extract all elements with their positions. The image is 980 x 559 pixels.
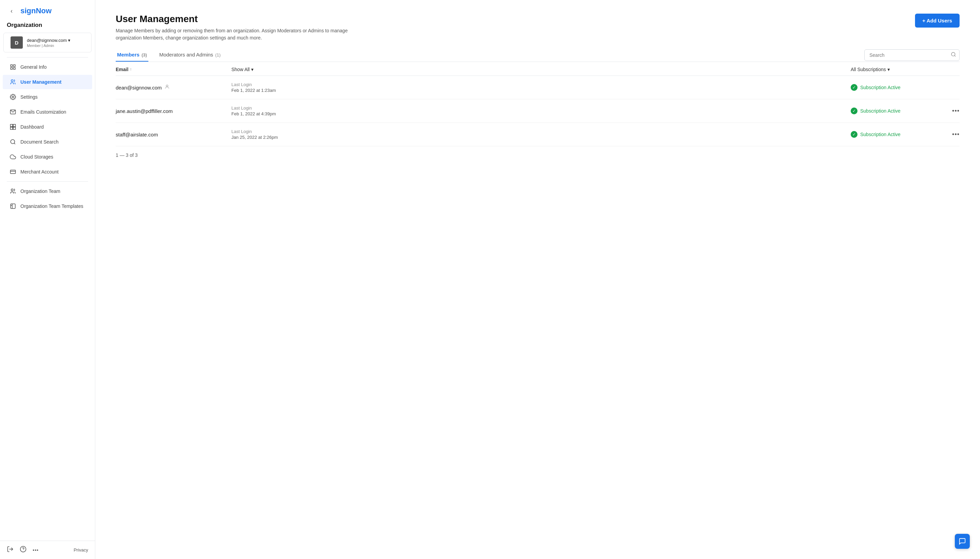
table-container: Email ↑ Show All ▾ All Subscriptions ▾ d…	[116, 62, 960, 164]
more-options-button[interactable]: •••	[952, 108, 960, 115]
row-login: Last Login Feb 1, 2022 at 1:23am	[231, 82, 851, 93]
sidebar-item-label: Organization Team	[20, 189, 60, 194]
dropdown-icon: ▾	[68, 38, 70, 43]
row-login: Last Login Feb 1, 2022 at 4:39pm	[231, 106, 851, 116]
sidebar-item-label: Document Search	[20, 139, 58, 145]
sidebar-item-label: Organization Team Templates	[20, 203, 83, 209]
row-email: jane.austin@pdffiller.com	[116, 108, 231, 114]
svg-rect-16	[10, 204, 15, 208]
user-icon	[164, 84, 170, 91]
privacy-link[interactable]: Privacy	[73, 547, 88, 552]
page-subtitle: Manage Members by adding or removing the…	[116, 27, 354, 41]
svg-point-11	[10, 139, 15, 144]
more-options-button[interactable]: •••	[33, 547, 39, 553]
user-email: dean@signnow.com ▾	[27, 38, 84, 43]
help-button[interactable]	[20, 546, 26, 554]
sidebar-item-document-search[interactable]: Document Search	[3, 135, 92, 149]
col-show-all-header: Show All ▾	[231, 67, 851, 72]
chat-widget[interactable]	[955, 534, 970, 549]
user-card[interactable]: D dean@signnow.com ▾ Member | Admin	[3, 33, 91, 52]
row-subscription: ✓ Subscription Active	[851, 131, 946, 138]
sidebar-item-emails-customization[interactable]: Emails Customization	[3, 105, 92, 119]
sort-icon[interactable]: ↑	[130, 67, 132, 72]
logout-button[interactable]	[7, 546, 13, 554]
table-row: jane.austin@pdffiller.com Last Login Feb…	[116, 99, 960, 123]
pagination: 1 — 3 of 3	[116, 146, 960, 164]
user-management-icon	[10, 79, 17, 85]
svg-rect-1	[13, 64, 15, 66]
org-team-icon	[10, 188, 17, 195]
sidebar-item-label: Dashboard	[20, 124, 44, 130]
merchant-account-icon	[10, 169, 17, 175]
main-content: User Management Manage Members by adding…	[95, 0, 980, 559]
svg-rect-2	[10, 68, 12, 69]
sidebar-item-label: Emails Customization	[20, 109, 66, 115]
sidebar-item-general-info[interactable]: General Info	[3, 60, 92, 74]
add-users-button[interactable]: + Add Users	[915, 13, 960, 28]
document-search-icon	[10, 139, 17, 145]
tabs-row: Members (3) Moderators and Admins (1)	[116, 48, 960, 62]
sidebar-item-user-management[interactable]: User Management	[3, 75, 92, 89]
svg-point-24	[166, 85, 168, 87]
sidebar-item-label: User Management	[20, 79, 61, 85]
sidebar-item-label: Settings	[20, 94, 38, 100]
subscription-check-icon: ✓	[851, 84, 858, 91]
user-roles: Member | Admin	[27, 43, 84, 48]
sidebar-item-merchant-account[interactable]: Merchant Account	[3, 165, 92, 179]
sidebar-item-settings[interactable]: Settings	[3, 90, 92, 104]
row-email: staff@airslate.com	[116, 132, 231, 137]
sidebar-item-dashboard[interactable]: Dashboard	[3, 120, 92, 134]
sidebar-footer: ••• Privacy	[0, 541, 95, 559]
svg-rect-3	[13, 68, 15, 69]
sidebar-item-org-team-templates[interactable]: Organization Team Templates	[3, 199, 92, 213]
sidebar-item-label: General Info	[20, 64, 46, 70]
row-actions[interactable]: •••	[946, 108, 960, 115]
svg-point-5	[12, 96, 14, 98]
show-all-button[interactable]: Show All ▾	[231, 67, 253, 72]
user-info: dean@signnow.com ▾ Member | Admin	[27, 38, 84, 48]
search-wrapper	[864, 49, 960, 61]
general-info-icon	[10, 64, 17, 70]
org-team-templates-icon	[10, 203, 17, 210]
more-options-button[interactable]: •••	[952, 131, 960, 138]
org-title: Organization	[0, 22, 95, 33]
col-email-header: Email ↑	[116, 67, 231, 72]
row-login: Last Login Jan 25, 2022 at 2:26pm	[231, 129, 851, 140]
avatar: D	[10, 36, 23, 49]
row-subscription: ✓ Subscription Active	[851, 84, 946, 91]
cloud-storages-icon	[10, 154, 17, 160]
emails-icon	[10, 109, 17, 115]
tab-moderators-admins[interactable]: Moderators and Admins (1)	[158, 48, 222, 61]
sidebar: ‹ signNow Organization D dean@signnow.co…	[0, 0, 95, 559]
sidebar-item-label: Merchant Account	[20, 169, 58, 175]
table-header-row: Email ↑ Show All ▾ All Subscriptions ▾	[116, 62, 960, 76]
row-actions[interactable]: •••	[946, 131, 960, 138]
all-subscriptions-button[interactable]: All Subscriptions ▾	[851, 67, 890, 72]
subscription-check-icon: ✓	[851, 131, 858, 138]
subscription-check-icon: ✓	[851, 108, 858, 114]
search-button[interactable]	[951, 52, 956, 58]
sidebar-header: ‹ signNow	[0, 0, 95, 22]
tab-members[interactable]: Members (3)	[116, 48, 148, 61]
sidebar-item-organization-team[interactable]: Organization Team	[3, 184, 92, 198]
col-subscriptions-header: All Subscriptions ▾	[851, 67, 946, 72]
svg-point-4	[11, 79, 13, 82]
sidebar-item-label: Cloud Storages	[20, 154, 53, 160]
sidebar-item-cloud-storages[interactable]: Cloud Storages	[3, 150, 92, 164]
svg-rect-10	[13, 127, 16, 130]
show-all-dropdown-icon: ▾	[251, 67, 253, 72]
row-email: dean@signnow.com	[116, 84, 231, 91]
table-row: staff@airslate.com Last Login Jan 25, 20…	[116, 123, 960, 146]
page-header-text: User Management Manage Members by adding…	[116, 13, 354, 41]
page-header: User Management Manage Members by adding…	[116, 13, 960, 41]
back-button[interactable]: ‹	[7, 6, 17, 16]
dashboard-icon	[10, 124, 17, 130]
subscriptions-dropdown-icon: ▾	[887, 67, 890, 72]
table-row: dean@signnow.com Last Login Feb 1, 2022 …	[116, 76, 960, 99]
svg-rect-13	[10, 170, 16, 174]
divider	[7, 181, 88, 182]
search-input[interactable]	[864, 49, 960, 61]
page-title: User Management	[116, 13, 354, 25]
logo: signNow	[20, 7, 52, 15]
svg-rect-9	[10, 127, 13, 130]
